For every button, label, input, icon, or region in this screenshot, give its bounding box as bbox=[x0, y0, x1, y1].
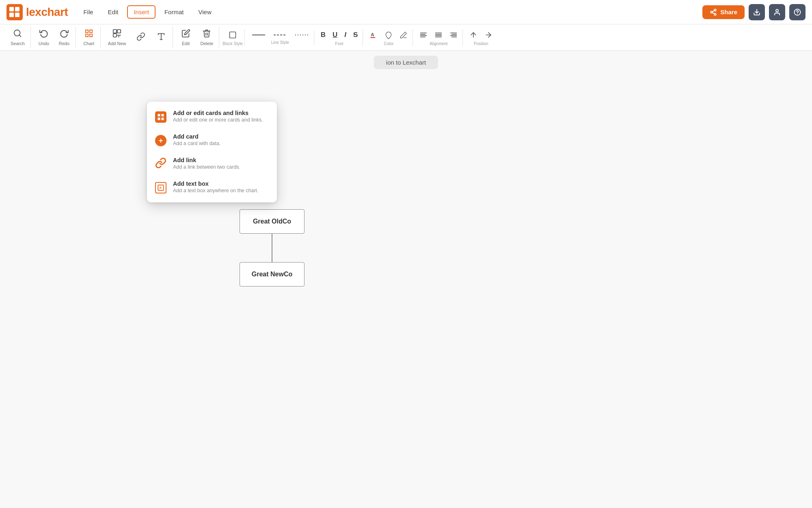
nav-view[interactable]: View bbox=[192, 6, 217, 18]
blockstyle-btn1[interactable] bbox=[225, 29, 240, 41]
linestyle-dashed[interactable] bbox=[270, 30, 291, 39]
share-button[interactable]: Share bbox=[702, 5, 745, 19]
navbar: lexchart File Edit Insert Format View Sh… bbox=[0, 0, 812, 24]
add-link-icon bbox=[154, 158, 167, 171]
nav-edit[interactable]: Edit bbox=[102, 6, 124, 18]
nav-file[interactable]: File bbox=[78, 6, 99, 18]
nav-insert[interactable]: Insert bbox=[127, 5, 155, 19]
add-link-title: Add link bbox=[173, 157, 240, 163]
svg-line-14 bbox=[19, 35, 21, 37]
border-color-button[interactable] bbox=[396, 29, 411, 41]
toolbar: Search Undo Redo bbox=[0, 24, 812, 51]
dropdown-item-add-link[interactable]: Add link Add a link between two cards. bbox=[147, 152, 277, 176]
addtext-icon bbox=[157, 32, 166, 43]
add-textbox-content: Add text box Add a text box anywhere on … bbox=[173, 180, 259, 193]
linestyle-solid[interactable] bbox=[248, 30, 269, 39]
nav-right: Share bbox=[702, 4, 806, 20]
svg-line-8 bbox=[713, 10, 715, 11]
svg-text:A: A bbox=[159, 186, 162, 190]
delete-label: Delete bbox=[201, 41, 214, 46]
add-textbox-icon-box: A bbox=[155, 182, 166, 193]
svg-rect-20 bbox=[117, 30, 121, 33]
align-right-button[interactable] bbox=[446, 29, 461, 41]
insert-dropdown: Add or edit cards and links Add or edit … bbox=[147, 102, 277, 202]
chart-icon bbox=[84, 29, 93, 40]
svg-rect-2 bbox=[9, 13, 14, 17]
chart-button[interactable]: Chart bbox=[79, 26, 99, 48]
color-section: A Color bbox=[366, 29, 411, 46]
dropdown-item-add-card[interactable]: + Add card Add a card with data. bbox=[147, 128, 277, 152]
share-label: Share bbox=[720, 9, 737, 15]
logo-area: lexchart bbox=[6, 4, 68, 20]
canvas-area[interactable]: ion to Lexchart Great OldCo Great NewCo bbox=[0, 51, 812, 508]
align-center-button[interactable] bbox=[431, 29, 446, 41]
svg-rect-15 bbox=[86, 30, 88, 33]
italic-button[interactable]: I bbox=[341, 29, 350, 41]
download-button[interactable] bbox=[749, 4, 765, 20]
search-tool-button[interactable]: Search bbox=[6, 26, 29, 48]
search-icon bbox=[13, 29, 22, 40]
add-link-content: Add link Add a link between two cards. bbox=[173, 157, 240, 170]
add-or-edit-content: Add or edit cards and links Add or edit … bbox=[173, 110, 263, 123]
linestyle-dotted[interactable] bbox=[291, 30, 312, 39]
connector-line bbox=[272, 234, 272, 262]
alignment-section: Alignment bbox=[416, 29, 461, 46]
position-up-button[interactable] bbox=[466, 29, 481, 41]
user-button[interactable] bbox=[769, 4, 785, 20]
toolbar-group-blockstyle: Block Style bbox=[221, 29, 244, 46]
dropdown-item-add-textbox[interactable]: A Add text box Add a text box anywhere o… bbox=[147, 176, 277, 199]
addnew-button[interactable]: Add New bbox=[104, 26, 130, 48]
toolbar-group-search: Search bbox=[5, 26, 31, 48]
toolbar-group-edit: Edit Delete bbox=[175, 26, 220, 48]
svg-rect-48 bbox=[158, 118, 160, 120]
add-textbox-desc: Add a text box anywhere on the chart. bbox=[173, 188, 259, 193]
svg-point-10 bbox=[776, 9, 778, 12]
delete-button[interactable]: Delete bbox=[197, 26, 218, 48]
card-newco-label: Great NewCo bbox=[252, 271, 292, 278]
underline-button[interactable]: U bbox=[329, 29, 341, 41]
logo-text: lexchart bbox=[26, 6, 68, 19]
svg-rect-46 bbox=[158, 114, 160, 117]
redo-button[interactable]: Redo bbox=[54, 26, 74, 48]
logo-icon bbox=[6, 4, 23, 20]
edit-button[interactable]: Edit bbox=[176, 26, 196, 48]
fill-color-button[interactable] bbox=[381, 29, 396, 41]
svg-rect-1 bbox=[15, 7, 19, 11]
undo-button[interactable]: Undo bbox=[34, 26, 54, 48]
addtext-tool-button[interactable] bbox=[151, 30, 171, 46]
toolbar-group-addnew: Add New bbox=[102, 26, 173, 48]
add-card-desc: Add a card with data. bbox=[173, 141, 220, 146]
undo-label: Undo bbox=[39, 41, 49, 46]
position-right-button[interactable] bbox=[481, 29, 496, 41]
bold-button[interactable]: B bbox=[317, 29, 329, 41]
undo-icon bbox=[39, 29, 48, 40]
add-link-desc: Add a link between two cards. bbox=[173, 164, 240, 170]
text-color-button[interactable]: A bbox=[366, 29, 381, 41]
svg-rect-47 bbox=[162, 114, 164, 117]
toolbar-group-alignment: Alignment bbox=[415, 29, 463, 46]
strikethrough-button[interactable]: S bbox=[350, 29, 361, 41]
edit-icon bbox=[181, 29, 190, 40]
nav-format[interactable]: Format bbox=[159, 6, 190, 18]
addlink-tool-button[interactable] bbox=[131, 30, 151, 46]
add-textbox-icon: A bbox=[154, 181, 167, 194]
linestyle-section: Line Style bbox=[248, 30, 312, 45]
addnew-label: Add New bbox=[108, 41, 126, 46]
card-newco[interactable]: Great NewCo bbox=[240, 262, 304, 287]
card-oldco[interactable]: Great OldCo bbox=[240, 209, 304, 234]
chart-label: Chart bbox=[83, 41, 94, 46]
svg-rect-0 bbox=[9, 7, 14, 11]
align-left-button[interactable] bbox=[416, 29, 431, 41]
redo-icon bbox=[60, 29, 69, 40]
position-section: Position bbox=[466, 29, 496, 46]
svg-text:A: A bbox=[371, 32, 375, 37]
card-oldco-label: Great OldCo bbox=[253, 218, 291, 225]
add-or-edit-icon bbox=[154, 111, 167, 124]
dropdown-item-add-or-edit[interactable]: Add or edit cards and links Add or edit … bbox=[147, 105, 277, 128]
color-label: Color bbox=[384, 41, 393, 46]
help-button[interactable] bbox=[789, 4, 806, 20]
cards-links-icon-box bbox=[155, 111, 166, 123]
add-card-icon: + bbox=[154, 134, 167, 147]
blockstyle-label: Block Style bbox=[222, 41, 242, 46]
add-link-icon-arrow bbox=[155, 157, 166, 171]
